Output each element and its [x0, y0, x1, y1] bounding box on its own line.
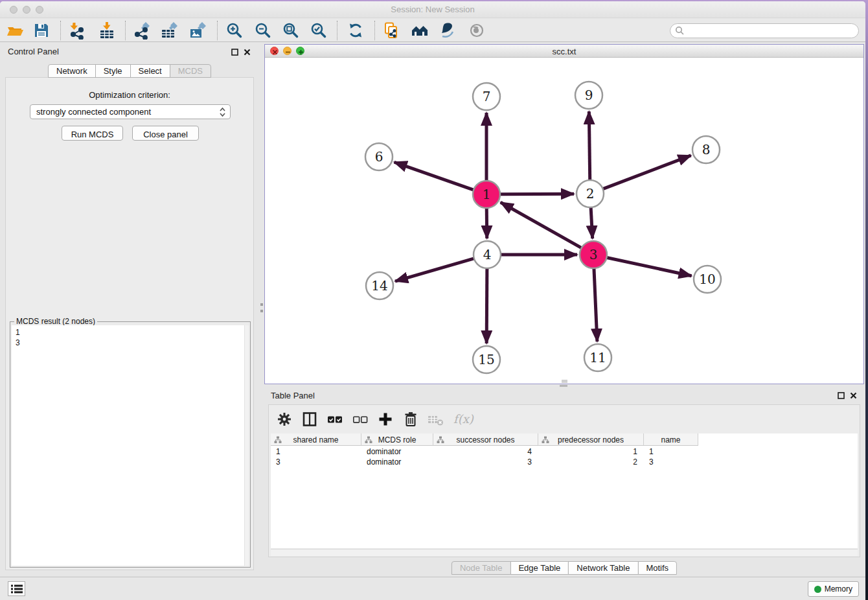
network-canvas-svg: 7968124314101511 — [265, 58, 863, 384]
mcds-result-scrollbar[interactable] — [244, 325, 249, 566]
import-table-icon[interactable] — [97, 21, 117, 40]
graph-node-3[interactable]: 3 — [580, 241, 607, 268]
graph-edge-3-10[interactable] — [607, 257, 692, 275]
export-table-icon[interactable] — [159, 21, 179, 40]
float-panel-icon[interactable] — [231, 47, 238, 54]
show-panels-button[interactable] — [8, 581, 25, 596]
graph-node-2[interactable]: 2 — [577, 180, 604, 207]
tab-network[interactable]: Network — [48, 64, 96, 78]
delete-table-icon — [427, 410, 445, 428]
status-bar: Memory — [0, 577, 865, 600]
column-header-label: predecessor nodes — [558, 435, 624, 444]
table-horizontal-scrollbar[interactable] — [271, 549, 858, 556]
main-toolbar — [0, 19, 865, 42]
graph-node-1[interactable]: 1 — [473, 181, 500, 208]
mcds-result-text[interactable]: 13 — [12, 325, 249, 566]
graph-node-label: 1 — [483, 187, 491, 202]
table-cell[interactable]: dominator — [361, 446, 433, 457]
graph-node-6[interactable]: 6 — [365, 143, 393, 170]
export-network-icon[interactable] — [131, 21, 151, 40]
refresh-layout-icon[interactable] — [346, 21, 365, 40]
tab-node-table[interactable]: Node Table — [451, 561, 511, 575]
search-input[interactable] — [685, 25, 858, 37]
mcds-result-line: 3 — [16, 338, 245, 348]
column-header-MCDS-role[interactable]: MCDS role — [361, 433, 433, 446]
criterion-select[interactable]: strongly connected component — [30, 104, 231, 119]
graph-edge-2-3[interactable] — [591, 207, 593, 238]
column-header-label: name — [661, 435, 680, 444]
table-cell[interactable]: 2 — [538, 457, 644, 467]
memory-button[interactable]: Memory — [808, 581, 859, 597]
graph-node-11[interactable]: 11 — [584, 344, 611, 371]
table-row[interactable]: 1dominator411 — [271, 446, 698, 457]
duplicate-network-icon[interactable] — [382, 21, 401, 40]
settings-gear-icon[interactable] — [275, 410, 293, 428]
tab-select[interactable]: Select — [130, 64, 170, 78]
save-session-icon[interactable] — [32, 21, 51, 40]
table-row[interactable]: 3dominator323 — [271, 457, 698, 467]
table-cell[interactable]: dominator — [361, 457, 433, 467]
network-resize-grip[interactable] — [562, 380, 567, 383]
graph-node-label: 9 — [585, 87, 593, 103]
table-close-panel-icon[interactable] — [850, 390, 857, 397]
graph-node-15[interactable]: 15 — [473, 346, 500, 373]
zoom-in-icon[interactable] — [225, 21, 244, 40]
network-canvas[interactable]: 7968124314101511 — [265, 58, 863, 384]
add-row-icon[interactable] — [376, 410, 394, 428]
delete-row-icon[interactable] — [402, 410, 420, 428]
vertical-splitter-grip[interactable] — [260, 303, 263, 312]
graph-edge-1-4[interactable] — [486, 208, 487, 238]
column-header-successor-nodes[interactable]: successor nodes — [433, 433, 538, 446]
column-header-name[interactable]: name — [644, 433, 698, 446]
table-cell[interactable]: 1 — [538, 446, 644, 457]
toolbar-separator — [337, 21, 337, 40]
import-network-icon[interactable] — [67, 21, 86, 40]
graph-node-7[interactable]: 7 — [473, 83, 500, 110]
graph-edge-3-11[interactable] — [594, 268, 597, 341]
graph-node-14[interactable]: 14 — [366, 272, 393, 299]
table-cell[interactable]: 1 — [644, 446, 698, 457]
tab-mcds[interactable]: MCDS — [170, 64, 211, 78]
zoom-fit-icon[interactable] — [281, 21, 301, 40]
tab-motifs[interactable]: Motifs — [637, 561, 677, 575]
deselect-all-icon[interactable] — [351, 410, 369, 428]
table-cell[interactable]: 3 — [644, 457, 698, 467]
graph-node-10[interactable]: 10 — [694, 266, 721, 293]
close-panel-icon[interactable] — [244, 47, 251, 54]
graph-edge-1-6[interactable] — [394, 162, 474, 190]
style-brush-icon[interactable] — [438, 21, 457, 40]
select-all-icon[interactable] — [326, 410, 344, 428]
graph-node-label: 7 — [483, 89, 491, 104]
zoom-selected-icon[interactable] — [309, 21, 328, 40]
table-cell[interactable]: 4 — [433, 446, 538, 457]
run-mcds-button[interactable]: Run MCDS — [62, 126, 123, 141]
open-session-icon[interactable] — [5, 21, 25, 40]
graph-node-8[interactable]: 8 — [692, 136, 720, 163]
column-header-predecessor-nodes[interactable]: predecessor nodes — [538, 433, 644, 446]
table-float-panel-icon[interactable] — [838, 390, 845, 397]
graph-edge-4-15[interactable] — [486, 268, 487, 343]
tab-network-table[interactable]: Network Table — [568, 561, 638, 575]
eye-icon — [467, 21, 486, 40]
horizontal-splitter-grip[interactable] — [560, 385, 567, 387]
graph-edge-4-14[interactable] — [395, 259, 474, 281]
houses-icon[interactable] — [410, 21, 429, 40]
graph-node-4[interactable]: 4 — [474, 241, 501, 268]
graph-edge-3-1[interactable] — [501, 202, 582, 248]
tab-style[interactable]: Style — [95, 64, 131, 78]
toolbar-separator — [60, 21, 61, 40]
show-columns-icon[interactable] — [301, 410, 319, 428]
graph-edge-2-8[interactable] — [603, 156, 691, 189]
graph-edge-1-2[interactable] — [500, 194, 574, 194]
table-cell[interactable]: 1 — [271, 446, 361, 457]
column-header-shared-name[interactable]: shared name — [271, 433, 361, 446]
export-image-icon[interactable] — [188, 21, 207, 40]
table-cell[interactable]: 3 — [433, 457, 538, 467]
search-field[interactable] — [670, 23, 859, 38]
table-cell[interactable]: 3 — [271, 457, 361, 467]
graph-node-9[interactable]: 9 — [575, 82, 602, 109]
graph-edge-2-9[interactable] — [589, 111, 589, 180]
zoom-out-icon[interactable] — [253, 21, 273, 40]
tab-edge-table[interactable]: Edge Table — [510, 561, 569, 575]
close-panel-button[interactable]: Close panel — [132, 126, 199, 141]
